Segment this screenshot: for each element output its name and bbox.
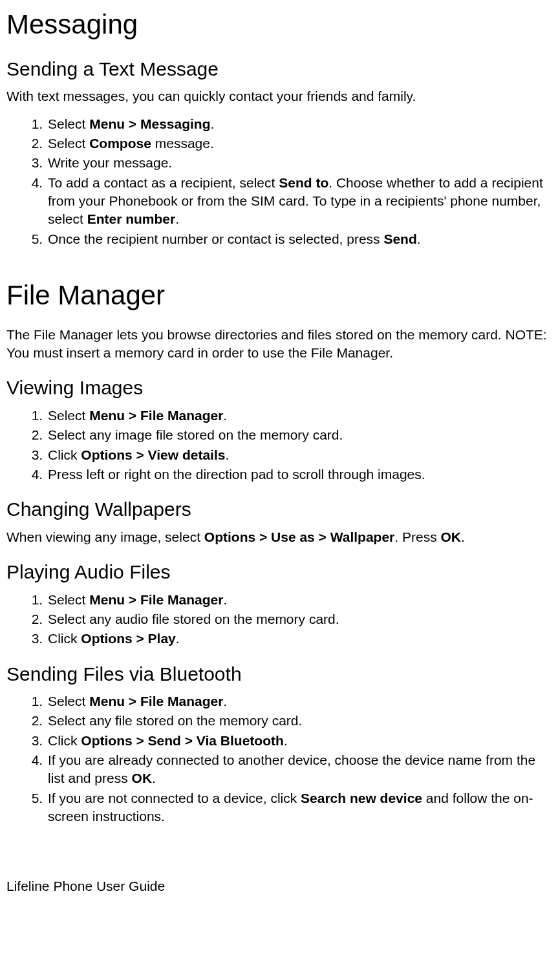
messaging-title: Messaging xyxy=(6,6,552,43)
list-item: Click Options > Play. xyxy=(47,630,552,648)
list-item: Write your message. xyxy=(47,154,552,172)
list-item: Select Compose message. xyxy=(47,134,552,153)
list-item: Select Menu > File Manager. xyxy=(47,407,552,425)
list-item: Select Menu > File Manager. xyxy=(47,591,552,609)
changing-wallpapers-heading: Changing Wallpapers xyxy=(6,496,552,523)
list-item: Click Options > Send > Via Bluetooth. xyxy=(47,732,552,750)
footer-text: Lifeline Phone User Guide xyxy=(6,877,552,895)
viewing-images-steps: Select Menu > File Manager. Select any i… xyxy=(6,407,552,484)
list-item: Select Menu > File Manager. xyxy=(47,692,552,710)
sending-text-intro: With text messages, you can quickly cont… xyxy=(6,87,552,105)
sending-text-steps: Select Menu > Messaging. Select Compose … xyxy=(6,115,552,248)
sending-bluetooth-steps: Select Menu > File Manager. Select any f… xyxy=(6,692,552,826)
sending-bluetooth-heading: Sending Files via Bluetooth xyxy=(6,661,552,688)
sending-text-heading: Sending a Text Message xyxy=(6,56,552,83)
filemanager-intro: The File Manager lets you browse directo… xyxy=(6,326,552,363)
list-item: Once the recipient number or contact is … xyxy=(47,230,552,248)
list-item: To add a contact as a recipient, select … xyxy=(47,174,552,229)
changing-wallpapers-text: When viewing any image, select Options >… xyxy=(6,528,552,546)
playing-audio-steps: Select Menu > File Manager. Select any a… xyxy=(6,591,552,648)
list-item: Press left or right on the direction pad… xyxy=(47,465,552,484)
list-item: If you are not connected to a device, cl… xyxy=(47,789,552,826)
list-item: Select any file stored on the memory car… xyxy=(47,712,552,730)
list-item: If you are already connected to another … xyxy=(47,751,552,788)
list-item: Select any image file stored on the memo… xyxy=(47,426,552,444)
filemanager-title: File Manager xyxy=(6,277,552,314)
playing-audio-heading: Playing Audio Files xyxy=(6,559,552,586)
list-item: Click Options > View details. xyxy=(47,446,552,464)
list-item: Select Menu > Messaging. xyxy=(47,115,552,133)
list-item: Select any audio file stored on the memo… xyxy=(47,610,552,628)
viewing-images-heading: Viewing Images xyxy=(6,375,552,401)
